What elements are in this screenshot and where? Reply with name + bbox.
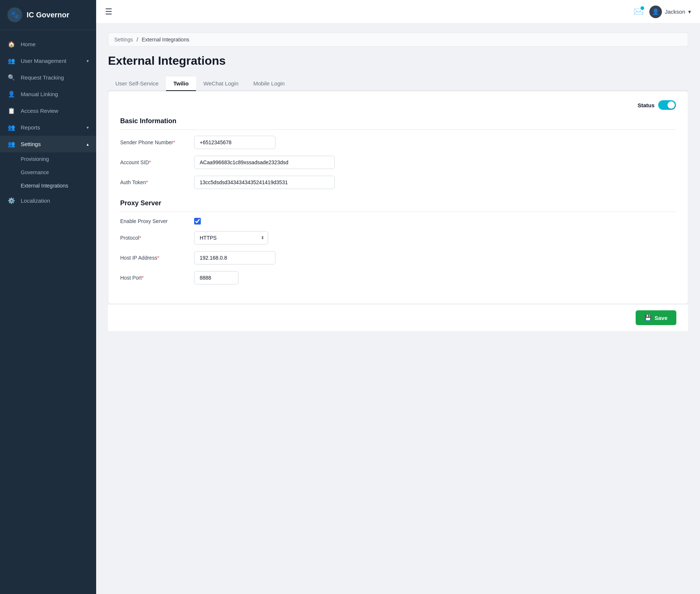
host-ip-row: Host IP Address*: [120, 251, 676, 264]
account-sid-row: Account SID*: [120, 156, 676, 169]
main-area: ☰ ✉️ 👤 Jackson ▾ Settings / External Int…: [96, 0, 700, 594]
reports-icon: 👥: [7, 124, 16, 131]
status-label: Status: [638, 102, 655, 108]
hamburger-button[interactable]: ☰: [105, 7, 112, 17]
proxy-server-section: Proxy Server Enable Proxy Server Protoco…: [120, 199, 676, 284]
auth-token-required: *: [146, 179, 148, 185]
sidebar-item-reports[interactable]: 👥 Reports ▾: [0, 119, 96, 136]
clipboard-icon: 📋: [7, 107, 16, 114]
sidebar-item-home-label: Home: [21, 41, 35, 47]
proxy-server-title: Proxy Server: [120, 199, 676, 212]
protocol-select[interactable]: HTTPS HTTP: [194, 231, 268, 244]
enable-proxy-label: Enable Proxy Server: [120, 218, 194, 224]
gear-icon: ⚙️: [7, 197, 16, 204]
breadcrumb-separator: /: [136, 37, 138, 43]
sidebar-item-user-management[interactable]: 👥 User Management ▾: [0, 53, 96, 69]
topbar: ☰ ✉️ 👤 Jackson ▾: [96, 0, 700, 24]
protocol-label: Protocol*: [120, 235, 194, 241]
sender-phone-required: *: [173, 139, 175, 145]
users-icon: 👥: [7, 57, 16, 64]
sidebar-item-localization-label: Localization: [21, 198, 50, 204]
search-icon: 🔍: [7, 74, 16, 81]
sidebar: 🐾 IC Governor 🏠 Home 👥 User Management ▾…: [0, 0, 96, 594]
page-title: External Integrations: [108, 54, 688, 68]
sidebar-item-provisioning[interactable]: Provisioning: [0, 152, 96, 166]
breadcrumb-settings[interactable]: Settings: [114, 37, 133, 43]
app-name: IC Governor: [27, 11, 70, 19]
tab-wechat-login[interactable]: WeChat Login: [196, 77, 246, 91]
user-menu-button[interactable]: 👤 Jackson ▾: [649, 6, 691, 18]
tab-mobile-login[interactable]: Mobile Login: [246, 77, 292, 91]
sidebar-item-home[interactable]: 🏠 Home: [0, 36, 96, 53]
sender-phone-input[interactable]: [194, 136, 275, 149]
enable-proxy-row: Enable Proxy Server: [120, 218, 676, 225]
person-icon: 👤: [7, 91, 16, 98]
status-toggle[interactable]: [658, 100, 676, 110]
host-port-input[interactable]: [194, 271, 239, 284]
chevron-down-icon-reports: ▾: [87, 125, 89, 130]
user-name: Jackson: [665, 9, 685, 15]
host-port-label: Host Port*: [120, 275, 194, 281]
breadcrumb: Settings / External Integrations: [108, 33, 688, 47]
enable-proxy-checkbox[interactable]: [194, 218, 201, 225]
auth-token-label: Auth Token*: [120, 179, 194, 185]
basic-info-section: Basic Information Sender Phone Number* A…: [120, 117, 676, 189]
host-ip-label: Host IP Address*: [120, 255, 194, 261]
protocol-required: *: [139, 235, 141, 241]
sidebar-item-request-tracking[interactable]: 🔍 Request Tracking: [0, 69, 96, 86]
sidebar-item-user-management-label: User Management: [21, 58, 66, 64]
sidebar-navigation: 🏠 Home 👥 User Management ▾ 🔍 Request Tra…: [0, 30, 96, 594]
breadcrumb-current: External Integrations: [142, 37, 189, 43]
host-port-required: *: [142, 275, 143, 281]
sender-phone-row: Sender Phone Number*: [120, 136, 676, 149]
host-ip-input[interactable]: [194, 251, 275, 264]
sender-phone-label: Sender Phone Number*: [120, 139, 194, 145]
auth-token-row: Auth Token*: [120, 176, 676, 189]
mail-button[interactable]: ✉️: [633, 7, 643, 17]
sidebar-item-access-review-label: Access Review: [21, 108, 58, 114]
protocol-row: Protocol* HTTPS HTTP: [120, 231, 676, 244]
sidebar-item-settings-label: Settings: [21, 141, 41, 147]
content-area: Settings / External Integrations Externa…: [96, 24, 700, 594]
protocol-select-wrapper: HTTPS HTTP: [194, 231, 268, 244]
avatar: 👤: [649, 6, 662, 18]
tabs-bar: User Self-Service Twilio WeChat Login Mo…: [108, 77, 688, 91]
status-row: Status: [120, 100, 676, 110]
save-bar: 💾 Save: [108, 304, 688, 331]
sidebar-item-reports-label: Reports: [21, 124, 40, 131]
user-chevron-icon: ▾: [688, 9, 691, 15]
chevron-up-icon: ▴: [87, 142, 89, 147]
logo-area: 🐾 IC Governor: [0, 0, 96, 30]
sidebar-item-governance[interactable]: Governance: [0, 166, 96, 179]
account-sid-label: Account SID*: [120, 159, 194, 165]
save-icon: 💾: [645, 314, 652, 321]
mail-badge: [640, 6, 645, 11]
logo-icon: 🐾: [7, 7, 22, 22]
host-port-row: Host Port*: [120, 271, 676, 284]
account-sid-required: *: [149, 159, 151, 165]
account-sid-input[interactable]: [194, 156, 335, 169]
toggle-knob: [667, 101, 675, 109]
sidebar-item-request-tracking-label: Request Tracking: [21, 74, 64, 81]
home-icon: 🏠: [7, 41, 16, 48]
tab-user-self-service[interactable]: User Self-Service: [108, 77, 166, 91]
form-card: Status Basic Information Sender Phone Nu…: [108, 91, 688, 304]
chevron-down-icon: ▾: [87, 58, 89, 64]
sidebar-item-manual-linking-label: Manual Linking: [21, 91, 58, 97]
host-ip-required: *: [157, 255, 159, 261]
settings-icon: 👥: [7, 141, 16, 148]
settings-submenu: Provisioning Governance External Integra…: [0, 152, 96, 192]
sidebar-item-external-integrations[interactable]: External Integrations: [0, 179, 96, 192]
save-button-label: Save: [655, 315, 667, 321]
sidebar-item-manual-linking[interactable]: 👤 Manual Linking: [0, 86, 96, 102]
sidebar-item-settings[interactable]: 👥 Settings ▴: [0, 136, 96, 152]
auth-token-input[interactable]: [194, 176, 335, 189]
sidebar-item-access-review[interactable]: 📋 Access Review: [0, 102, 96, 119]
sidebar-item-localization[interactable]: ⚙️ Localization: [0, 192, 96, 209]
basic-info-title: Basic Information: [120, 117, 676, 130]
tab-twilio[interactable]: Twilio: [166, 77, 196, 91]
save-button[interactable]: 💾 Save: [636, 310, 676, 325]
